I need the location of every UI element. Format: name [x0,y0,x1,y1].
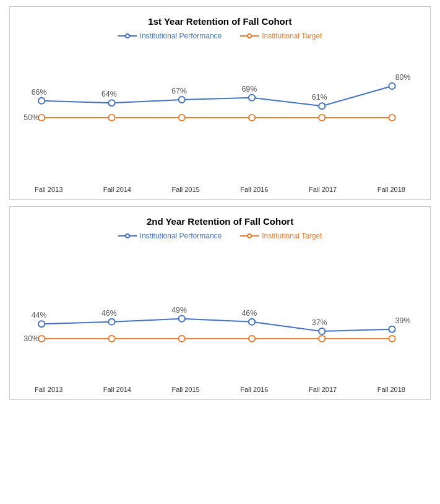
svg-point-24 [319,336,325,342]
svg-point-26 [38,321,45,327]
chart2-x-labels: Fall 2013 Fall 2014 Fall 2015 Fall 2016 … [16,386,424,393]
svg-text:80%: 80% [395,73,411,82]
chart1-x-labels: Fall 2013 Fall 2014 Fall 2015 Fall 2016 … [16,186,424,193]
svg-point-6 [389,115,395,121]
svg-text:50%: 50% [24,113,39,122]
chart2-perf-line-icon [118,235,137,237]
svg-point-28 [108,319,114,325]
chart2-x-label-0: Fall 2013 [35,386,63,393]
chart1-perf-line-icon [118,35,137,37]
chart1-x-label-1: Fall 2014 [103,186,131,193]
svg-text:30%: 30% [24,334,39,343]
chart2-target-dot-icon [247,233,252,238]
chart1-legend-target: Institutional Target [240,32,322,40]
chart1-x-label-0: Fall 2013 [35,186,63,193]
chart2-target-label: Institutional Target [262,232,322,240]
svg-text:49%: 49% [171,306,187,315]
chart2-title: 2nd Year Retention of Fall Cohort [16,216,424,227]
chart1-perf-dot-icon [125,33,130,38]
svg-point-25 [389,336,395,342]
chart1-x-label-4: Fall 2017 [309,186,337,193]
chart1-area: 50%66%64%67%69%61%80% [16,46,424,183]
svg-text:39%: 39% [395,316,411,325]
chart1-perf-label: Institutional Performance [140,32,222,40]
svg-point-3 [179,115,185,121]
chart1-legend-performance: Institutional Performance [118,32,222,40]
svg-text:37%: 37% [312,318,327,327]
chart2-target-line-icon [240,235,259,237]
chart1-target-line-icon [240,35,259,37]
svg-point-36 [389,326,395,332]
svg-point-0 [38,115,45,121]
svg-text:69%: 69% [242,85,257,93]
chart2-legend-target: Institutional Target [240,232,322,240]
chart1-target-label: Institutional Target [262,32,322,40]
chart1-title: 1st Year Retention of Fall Cohort [16,16,424,27]
svg-text:64%: 64% [101,90,117,98]
chart1-container: 1st Year Retention of Fall Cohort Instit… [9,6,431,200]
chart2-perf-label: Institutional Performance [140,232,222,240]
chart1-target-dot-icon [247,33,252,38]
chart2-x-label-5: Fall 2018 [377,386,405,393]
svg-point-7 [38,98,45,104]
svg-point-13 [249,95,255,101]
svg-point-2 [108,115,114,121]
chart2-legend-performance: Institutional Performance [118,232,222,240]
svg-point-4 [249,115,255,121]
chart2-perf-dot-icon [125,233,130,238]
svg-text:44%: 44% [32,311,47,319]
chart1-legend: Institutional Performance Institutional … [16,32,424,40]
chart1-svg: 50%66%64%67%69%61%80% [16,46,424,183]
svg-point-17 [389,83,395,89]
chart1-x-label-3: Fall 2016 [240,186,268,193]
chart2-area: 30%44%46%49%46%37%39% [16,246,424,383]
svg-text:67%: 67% [171,87,187,95]
chart2-svg: 30%44%46%49%46%37%39% [16,246,424,383]
svg-text:61%: 61% [312,93,327,102]
page-wrapper: 1st Year Retention of Fall Cohort Instit… [0,6,440,400]
svg-point-21 [108,336,114,342]
svg-point-22 [179,336,185,342]
svg-point-9 [108,100,114,106]
svg-text:66%: 66% [32,88,47,97]
chart1-x-label-5: Fall 2018 [377,186,405,193]
svg-point-23 [249,336,255,342]
svg-point-15 [319,103,325,109]
svg-point-5 [319,115,325,121]
chart2-x-label-1: Fall 2014 [103,386,131,393]
chart2-legend: Institutional Performance Institutional … [16,232,424,240]
svg-point-32 [249,319,255,325]
svg-point-30 [179,316,185,322]
chart2-x-label-3: Fall 2016 [240,386,268,393]
svg-text:46%: 46% [242,309,257,318]
chart2-x-label-4: Fall 2017 [309,386,337,393]
chart2-x-label-2: Fall 2015 [171,386,199,393]
svg-text:46%: 46% [101,309,117,318]
svg-point-11 [179,97,185,103]
chart2-container: 2nd Year Retention of Fall Cohort Instit… [9,206,431,400]
svg-point-19 [38,336,45,342]
chart1-x-label-2: Fall 2015 [171,186,199,193]
svg-point-34 [319,328,325,334]
